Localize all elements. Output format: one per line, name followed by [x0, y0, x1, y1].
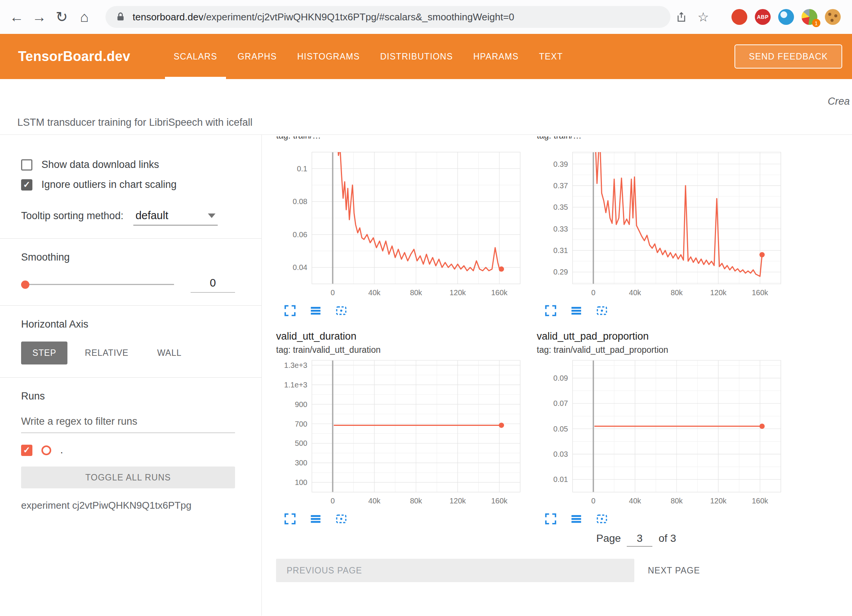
run-row: . [21, 444, 235, 456]
adblock-icon[interactable] [731, 9, 747, 25]
fit-domain-icon[interactable] [595, 512, 608, 525]
settings-sidebar: Show data download links Ignore outliers… [0, 135, 262, 616]
fit-domain-icon[interactable] [335, 512, 348, 525]
smoothing-value-input[interactable]: 0 [191, 277, 235, 293]
svg-text:0.04: 0.04 [293, 263, 307, 271]
runs-label: Runs [21, 390, 235, 402]
axis-wall-button[interactable]: WALL [146, 342, 193, 364]
ignore-outliers-label: Ignore outliers in chart scaling [41, 179, 177, 191]
scalar-chart[interactable]: 0.290.310.330.350.370.39040k80k120k160k [537, 150, 785, 300]
svg-text:0.09: 0.09 [553, 374, 568, 382]
pie-extension-icon[interactable]: 1 [802, 9, 817, 25]
svg-text:80k: 80k [670, 288, 683, 297]
lines-icon[interactable] [570, 304, 583, 317]
scalar-chart[interactable]: 1003005007009001.1e+31.3e+3040k80k120k16… [276, 358, 525, 508]
charts-panel: tag: train/… 0.040.060.080.1040k80k120k1… [262, 135, 852, 616]
axis-relative-button[interactable]: RELATIVE [73, 342, 140, 364]
tooltip-sorting-value: default [136, 209, 168, 222]
svg-text:0.01: 0.01 [553, 475, 568, 483]
slider-thumb[interactable] [21, 281, 29, 289]
pagination: Page of 3 [596, 532, 852, 547]
smoothing-label: Smoothing [21, 252, 235, 263]
show-download-links-checkbox[interactable]: Show data download links [21, 159, 235, 171]
slider-track [21, 284, 174, 285]
fullscreen-icon[interactable] [284, 512, 296, 525]
tab-graphs[interactable]: GRAPHS [228, 34, 287, 79]
back-icon[interactable]: ← [5, 6, 28, 28]
next-page-button[interactable]: NEXT PAGE [648, 566, 700, 576]
chart-title: valid_utt_duration [276, 331, 525, 342]
url-text: tensorboard.dev/experiment/cj2vtPiwQHKN9… [133, 11, 514, 23]
svg-text:40k: 40k [629, 497, 641, 505]
svg-text:500: 500 [295, 439, 307, 447]
fullscreen-icon[interactable] [544, 512, 557, 525]
axis-step-button[interactable]: STEP [21, 342, 67, 364]
experiment-id-label: experiment cj2vtPiwQHKN9Q1tx6PTpg [21, 500, 235, 511]
run-checkbox[interactable] [21, 445, 32, 456]
clipped-chart-header: tag: train/… [537, 136, 785, 142]
fullscreen-icon[interactable] [544, 304, 557, 317]
svg-text:0.35: 0.35 [553, 203, 568, 211]
svg-text:120k: 120k [710, 288, 727, 297]
url-domain: tensorboard.dev [133, 11, 203, 23]
chart-title: valid_utt_pad_proportion [537, 331, 785, 342]
experiment-title: LSTM transducer training for LibriSpeech… [17, 117, 252, 128]
smoothing-slider[interactable] [21, 279, 174, 290]
lines-icon[interactable] [570, 512, 583, 525]
scalar-chart[interactable]: 0.040.060.080.1040k80k120k160k [276, 150, 525, 300]
chart-card: tag: train/… 0.290.310.330.350.370.39040… [537, 136, 785, 317]
svg-text:0.08: 0.08 [293, 197, 307, 206]
svg-text:900: 900 [295, 400, 307, 409]
tab-histograms[interactable]: HISTOGRAMS [287, 34, 370, 79]
abp-icon[interactable]: ABP [755, 9, 771, 25]
svg-text:1.1e+3: 1.1e+3 [284, 381, 307, 389]
chart-tag: tag: train/… [537, 136, 785, 141]
profile-avatar[interactable] [825, 9, 841, 25]
url-bar[interactable]: tensorboard.dev/experiment/cj2vtPiwQHKN9… [105, 6, 670, 28]
chart-tag: tag: train/valid_utt_duration [276, 345, 525, 355]
tooltip-sorting-dropdown[interactable]: default [133, 209, 218, 226]
svg-text:0: 0 [591, 288, 595, 297]
main-content: Show data download links Ignore outliers… [0, 135, 852, 616]
svg-text:0.06: 0.06 [293, 230, 307, 239]
svg-text:0.1: 0.1 [297, 165, 307, 173]
blue-extension-icon[interactable] [778, 9, 794, 25]
run-name: . [60, 444, 63, 456]
show-download-links-label: Show data download links [41, 159, 159, 171]
svg-text:80k: 80k [410, 288, 422, 297]
lines-icon[interactable] [309, 512, 322, 525]
tab-hparams[interactable]: HPARAMS [463, 34, 528, 79]
ignore-outliers-checkbox[interactable]: Ignore outliers in chart scaling [21, 179, 235, 191]
lock-icon [115, 12, 126, 22]
lines-icon[interactable] [309, 304, 322, 317]
subheader: Crea LSTM transducer training for LibriS… [0, 79, 852, 135]
page-number-input[interactable] [627, 532, 652, 547]
toggle-all-runs-button[interactable]: TOGGLE ALL RUNS [21, 467, 235, 488]
share-icon[interactable] [670, 6, 692, 28]
svg-text:0.37: 0.37 [553, 181, 568, 190]
run-color-swatch [41, 445, 51, 455]
fit-domain-icon[interactable] [335, 304, 348, 317]
fullscreen-icon[interactable] [284, 304, 296, 317]
tab-distributions[interactable]: DISTRIBUTIONS [370, 34, 463, 79]
checkbox-checked-icon [21, 179, 32, 191]
previous-page-button[interactable]: PREVIOUS PAGE [276, 559, 634, 582]
chart-card: tag: train/… 0.040.060.080.1040k80k120k1… [276, 136, 525, 317]
svg-text:40k: 40k [368, 497, 381, 505]
svg-text:160k: 160k [752, 288, 768, 297]
divider [0, 305, 261, 306]
svg-text:40k: 40k [368, 288, 381, 297]
bookmark-star-icon[interactable]: ☆ [692, 6, 714, 28]
svg-text:0: 0 [331, 288, 335, 297]
home-icon[interactable]: ⌂ [73, 6, 96, 28]
tab-text[interactable]: TEXT [529, 34, 573, 79]
page-label: Page [596, 532, 621, 544]
scalar-chart[interactable]: 0.010.030.050.070.09040k80k120k160k [537, 358, 785, 508]
svg-text:160k: 160k [752, 497, 768, 505]
refresh-icon[interactable]: ↻ [50, 6, 73, 28]
send-feedback-button[interactable]: SEND FEEDBACK [734, 44, 842, 69]
tab-scalars[interactable]: SCALARS [163, 34, 228, 79]
runs-filter-input[interactable] [21, 413, 235, 433]
fit-domain-icon[interactable] [595, 304, 608, 317]
forward-icon[interactable]: → [28, 6, 50, 28]
